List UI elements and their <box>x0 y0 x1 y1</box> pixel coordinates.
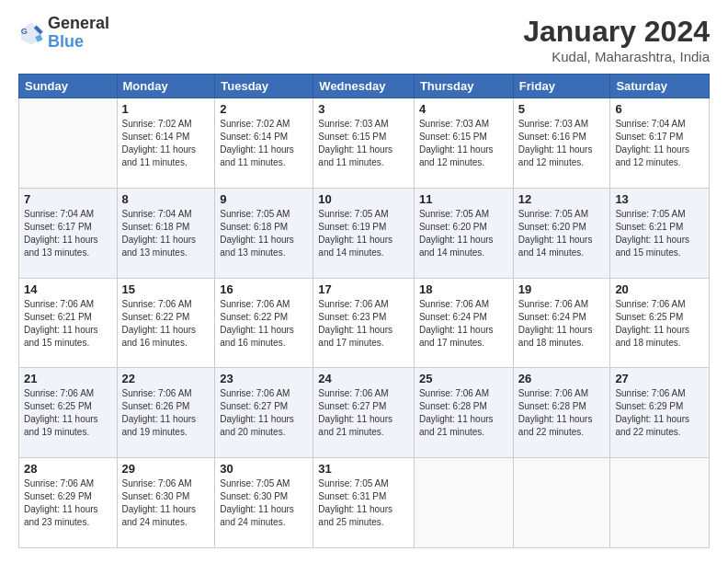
day-cell-26: 26Sunrise: 7:06 AMSunset: 6:28 PMDayligh… <box>513 368 610 458</box>
logo-line2: Blue <box>48 33 109 52</box>
header-day-saturday: Saturday <box>610 75 710 98</box>
day-cell-23: 23Sunrise: 7:06 AMSunset: 6:27 PMDayligh… <box>215 368 313 458</box>
day-info: Sunrise: 7:03 AMSunset: 6:15 PMDaylight:… <box>318 118 409 169</box>
day-info: Sunrise: 7:06 AMSunset: 6:29 PMDaylight:… <box>24 477 112 529</box>
week-row-3: 14Sunrise: 7:06 AMSunset: 6:21 PMDayligh… <box>19 278 710 368</box>
day-number: 2 <box>220 102 308 116</box>
logo-icon: G <box>18 20 44 46</box>
day-cell-30: 30Sunrise: 7:05 AMSunset: 6:30 PMDayligh… <box>215 458 313 548</box>
calendar-table: SundayMondayTuesdayWednesdayThursdayFrid… <box>18 74 710 548</box>
logo: G General Blue <box>18 15 109 52</box>
day-info: Sunrise: 7:04 AMSunset: 6:18 PMDaylight:… <box>122 208 210 259</box>
header-day-monday: Monday <box>117 75 215 98</box>
day-info: Sunrise: 7:06 AMSunset: 6:26 PMDaylight:… <box>122 387 210 439</box>
header-day-wednesday: Wednesday <box>313 75 415 98</box>
day-number: 23 <box>220 372 308 385</box>
day-number: 16 <box>220 282 308 296</box>
day-info: Sunrise: 7:02 AMSunset: 6:14 PMDaylight:… <box>220 118 308 169</box>
day-number: 19 <box>518 282 606 296</box>
week-row-4: 21Sunrise: 7:06 AMSunset: 6:25 PMDayligh… <box>19 368 710 458</box>
day-number: 26 <box>518 372 606 385</box>
empty-cell <box>414 458 513 548</box>
day-info: Sunrise: 7:06 AMSunset: 6:24 PMDaylight:… <box>419 298 508 350</box>
day-number: 31 <box>318 462 409 476</box>
day-info: Sunrise: 7:03 AMSunset: 6:15 PMDaylight:… <box>419 118 508 169</box>
day-info: Sunrise: 7:06 AMSunset: 6:21 PMDaylight:… <box>24 298 112 350</box>
day-number: 21 <box>24 372 112 385</box>
day-info: Sunrise: 7:05 AMSunset: 6:20 PMDaylight:… <box>518 208 606 259</box>
day-cell-29: 29Sunrise: 7:06 AMSunset: 6:30 PMDayligh… <box>117 458 215 548</box>
day-number: 10 <box>318 192 409 206</box>
day-cell-25: 25Sunrise: 7:06 AMSunset: 6:28 PMDayligh… <box>414 368 513 458</box>
day-number: 9 <box>220 192 308 206</box>
day-cell-6: 6Sunrise: 7:04 AMSunset: 6:17 PMDaylight… <box>610 98 710 189</box>
day-cell-7: 7Sunrise: 7:04 AMSunset: 6:17 PMDaylight… <box>19 188 118 278</box>
day-number: 6 <box>615 102 704 116</box>
day-number: 28 <box>24 462 112 476</box>
day-cell-24: 24Sunrise: 7:06 AMSunset: 6:27 PMDayligh… <box>313 368 415 458</box>
day-number: 3 <box>318 102 409 116</box>
day-info: Sunrise: 7:06 AMSunset: 6:23 PMDaylight:… <box>318 298 409 350</box>
day-cell-21: 21Sunrise: 7:06 AMSunset: 6:25 PMDayligh… <box>19 368 118 458</box>
day-cell-10: 10Sunrise: 7:05 AMSunset: 6:19 PMDayligh… <box>313 188 415 278</box>
header-day-sunday: Sunday <box>19 75 118 98</box>
title-block: January 2024 Kudal, Maharashtra, India <box>523 15 710 64</box>
empty-cell <box>513 458 610 548</box>
day-info: Sunrise: 7:05 AMSunset: 6:19 PMDaylight:… <box>318 208 409 259</box>
header-day-tuesday: Tuesday <box>215 75 313 98</box>
logo-text: General Blue <box>48 15 109 52</box>
week-row-2: 7Sunrise: 7:04 AMSunset: 6:17 PMDaylight… <box>19 188 710 278</box>
day-cell-1: 1Sunrise: 7:02 AMSunset: 6:14 PMDaylight… <box>117 98 215 189</box>
day-number: 14 <box>24 282 112 296</box>
day-number: 15 <box>122 282 210 296</box>
day-number: 17 <box>318 282 409 296</box>
day-info: Sunrise: 7:06 AMSunset: 6:30 PMDaylight:… <box>122 477 210 529</box>
day-cell-16: 16Sunrise: 7:06 AMSunset: 6:22 PMDayligh… <box>215 278 313 368</box>
day-cell-9: 9Sunrise: 7:05 AMSunset: 6:18 PMDaylight… <box>215 188 313 278</box>
day-number: 18 <box>419 282 508 296</box>
header-day-thursday: Thursday <box>414 75 513 98</box>
day-info: Sunrise: 7:05 AMSunset: 6:20 PMDaylight:… <box>419 208 508 259</box>
day-cell-2: 2Sunrise: 7:02 AMSunset: 6:14 PMDaylight… <box>215 98 313 189</box>
day-number: 4 <box>419 102 508 116</box>
day-number: 30 <box>220 462 308 476</box>
day-cell-20: 20Sunrise: 7:06 AMSunset: 6:25 PMDayligh… <box>610 278 710 368</box>
day-number: 20 <box>615 282 704 296</box>
day-info: Sunrise: 7:06 AMSunset: 6:25 PMDaylight:… <box>615 298 704 350</box>
day-info: Sunrise: 7:02 AMSunset: 6:14 PMDaylight:… <box>122 118 210 169</box>
day-cell-31: 31Sunrise: 7:05 AMSunset: 6:31 PMDayligh… <box>313 458 415 548</box>
day-cell-18: 18Sunrise: 7:06 AMSunset: 6:24 PMDayligh… <box>414 278 513 368</box>
header: G General Blue January 2024 Kudal, Mahar… <box>18 15 710 64</box>
day-cell-11: 11Sunrise: 7:05 AMSunset: 6:20 PMDayligh… <box>414 188 513 278</box>
day-cell-15: 15Sunrise: 7:06 AMSunset: 6:22 PMDayligh… <box>117 278 215 368</box>
week-row-5: 28Sunrise: 7:06 AMSunset: 6:29 PMDayligh… <box>19 458 710 548</box>
day-info: Sunrise: 7:05 AMSunset: 6:21 PMDaylight:… <box>615 208 704 259</box>
day-info: Sunrise: 7:03 AMSunset: 6:16 PMDaylight:… <box>518 118 606 169</box>
day-info: Sunrise: 7:06 AMSunset: 6:22 PMDaylight:… <box>122 298 210 350</box>
day-number: 13 <box>615 192 704 206</box>
day-cell-4: 4Sunrise: 7:03 AMSunset: 6:15 PMDaylight… <box>414 98 513 189</box>
day-number: 7 <box>24 192 112 206</box>
day-number: 27 <box>615 372 704 385</box>
day-info: Sunrise: 7:05 AMSunset: 6:31 PMDaylight:… <box>318 477 409 529</box>
day-cell-27: 27Sunrise: 7:06 AMSunset: 6:29 PMDayligh… <box>610 368 710 458</box>
empty-cell <box>19 98 118 189</box>
header-day-friday: Friday <box>513 75 610 98</box>
day-number: 5 <box>518 102 606 116</box>
day-number: 1 <box>122 102 210 116</box>
day-info: Sunrise: 7:05 AMSunset: 6:30 PMDaylight:… <box>220 477 308 529</box>
week-row-1: 1Sunrise: 7:02 AMSunset: 6:14 PMDaylight… <box>19 98 710 189</box>
day-number: 25 <box>419 372 508 385</box>
logo-line1: General <box>48 15 109 33</box>
day-info: Sunrise: 7:06 AMSunset: 6:28 PMDaylight:… <box>518 387 606 439</box>
day-cell-17: 17Sunrise: 7:06 AMSunset: 6:23 PMDayligh… <box>313 278 415 368</box>
day-info: Sunrise: 7:06 AMSunset: 6:29 PMDaylight:… <box>615 387 704 439</box>
day-number: 29 <box>122 462 210 476</box>
day-cell-22: 22Sunrise: 7:06 AMSunset: 6:26 PMDayligh… <box>117 368 215 458</box>
day-cell-8: 8Sunrise: 7:04 AMSunset: 6:18 PMDaylight… <box>117 188 215 278</box>
day-number: 12 <box>518 192 606 206</box>
day-info: Sunrise: 7:04 AMSunset: 6:17 PMDaylight:… <box>24 208 112 259</box>
day-number: 11 <box>419 192 508 206</box>
day-cell-28: 28Sunrise: 7:06 AMSunset: 6:29 PMDayligh… <box>19 458 118 548</box>
page: G General Blue January 2024 Kudal, Mahar… <box>0 0 728 563</box>
